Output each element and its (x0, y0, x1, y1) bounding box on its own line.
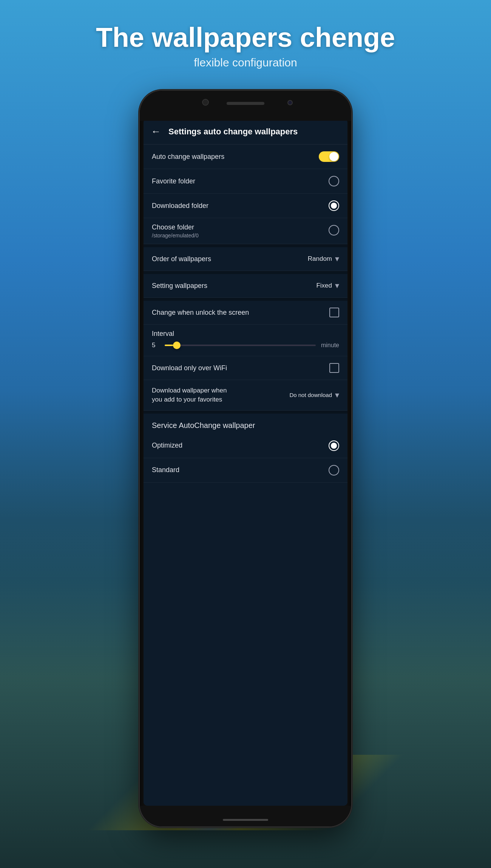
download-favorites-arrow: ▾ (335, 390, 339, 400)
interval-label: Interval (152, 330, 339, 338)
optimized-row[interactable]: Optimized (144, 434, 347, 458)
download-favorites-label: Download wallpaper when you add to your … (152, 386, 227, 404)
setting-wallpapers-dropdown[interactable]: Fixed ▾ (316, 281, 339, 291)
choose-folder-radio[interactable] (329, 225, 339, 235)
downloaded-folder-radio[interactable] (329, 200, 339, 211)
downloaded-folder-label: Downloaded folder (152, 202, 329, 210)
phone-top-bar (140, 91, 351, 121)
optimized-label: Optimized (152, 442, 329, 449)
order-wallpapers-label: Order of wallpapers (152, 255, 308, 263)
setting-wallpapers-row[interactable]: Setting wallpapers Fixed ▾ (144, 274, 347, 298)
auto-change-label: Auto change wallpapers (152, 153, 319, 161)
favorite-folder-radio[interactable] (329, 176, 339, 186)
interval-container: Interval 5 minute (144, 325, 347, 356)
app-header-title: Settings auto change wallpapers (168, 127, 298, 137)
setting-wallpapers-label: Setting wallpapers (152, 282, 316, 290)
interval-value: 5 (152, 342, 159, 349)
change-unlock-checkbox[interactable] (329, 308, 339, 317)
order-wallpapers-dropdown[interactable]: Random ▾ (308, 254, 339, 264)
settings-content: Auto change wallpapers Favorite folder D… (144, 145, 347, 803)
standard-label: Standard (152, 466, 329, 474)
phone-camera2 (287, 100, 293, 105)
phone-speaker (227, 102, 264, 105)
standard-radio[interactable] (329, 465, 339, 476)
divider-4 (144, 411, 347, 414)
auto-change-toggle[interactable] (319, 151, 339, 162)
choose-folder-row[interactable]: Choose folder /storage/emulated/0 (144, 218, 347, 244)
phone-screen: ← Settings auto change wallpapers Auto c… (144, 119, 347, 806)
divider-2 (144, 271, 347, 274)
home-indicator (223, 819, 268, 821)
standard-row[interactable]: Standard (144, 458, 347, 483)
choose-folder-sublabel: /storage/emulated/0 (152, 232, 329, 239)
favorite-folder-row[interactable]: Favorite folder (144, 169, 347, 194)
download-favorites-value: Do not download (289, 392, 332, 398)
favorite-folder-label: Favorite folder (152, 177, 329, 185)
optimized-radio[interactable] (329, 440, 339, 451)
phone-frame: ← Settings auto change wallpapers Auto c… (140, 91, 351, 826)
divider-1 (144, 244, 347, 247)
change-unlock-label: Change when unlock the screen (152, 309, 329, 317)
phone-bottom (140, 806, 351, 826)
change-unlock-row[interactable]: Change when unlock the screen (144, 301, 347, 325)
divider-3 (144, 298, 347, 301)
setting-wallpapers-value: Fixed (316, 282, 332, 289)
order-wallpapers-value: Random (308, 255, 332, 263)
order-wallpapers-arrow: ▾ (335, 254, 339, 264)
download-favorites-dropdown[interactable]: Do not download ▾ (289, 390, 339, 400)
service-section-header: Service AutoChange wallpaper (144, 414, 347, 434)
order-wallpapers-row[interactable]: Order of wallpapers Random ▾ (144, 247, 347, 271)
setting-wallpapers-arrow: ▾ (335, 281, 339, 291)
interval-track[interactable] (165, 345, 316, 346)
download-favorites-row[interactable]: Download wallpaper when you add to your … (144, 380, 347, 411)
download-wifi-row[interactable]: Download only over WiFi (144, 356, 347, 380)
download-wifi-checkbox[interactable] (329, 363, 339, 373)
choose-folder-label: Choose folder (152, 223, 329, 231)
app-header: ← Settings auto change wallpapers (144, 119, 347, 145)
phone-camera (202, 99, 209, 106)
downloaded-folder-row[interactable]: Downloaded folder (144, 194, 347, 218)
main-title: The wallpapers chenge (0, 23, 491, 52)
download-wifi-label: Download only over WiFi (152, 364, 329, 372)
interval-thumb[interactable] (173, 342, 181, 349)
sub-title: flexible configuration (0, 56, 491, 69)
back-button[interactable]: ← (151, 126, 161, 137)
interval-slider-row: 5 minute (152, 342, 339, 349)
interval-unit: minute (321, 342, 339, 349)
page-title-area: The wallpapers chenge flexible configura… (0, 23, 491, 69)
auto-change-row: Auto change wallpapers (144, 145, 347, 169)
